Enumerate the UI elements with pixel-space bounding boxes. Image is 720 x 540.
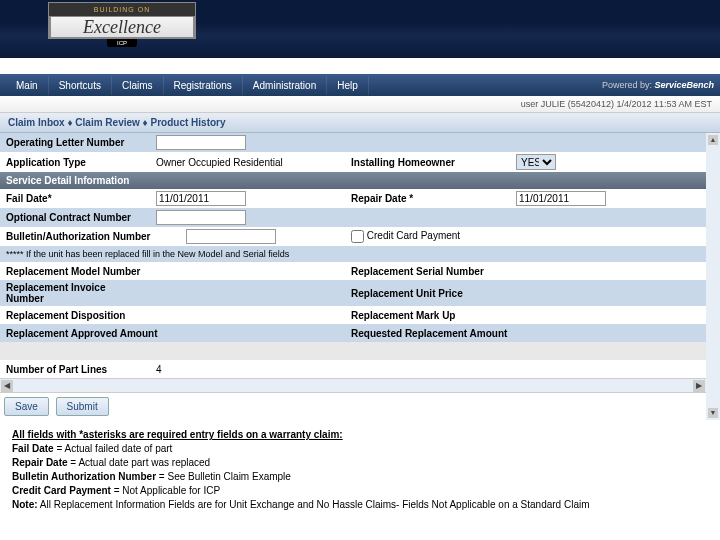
installing-homeowner-select[interactable]: YES (516, 154, 556, 170)
nav-powered: Powered by: ServiceBench (602, 80, 714, 90)
repl-requested-label: Requested Replacement Amount (345, 326, 525, 341)
instr-bulletin-term: Bulletin Authorization Number (12, 471, 156, 482)
breadcrumb: Claim Inbox ♦ Claim Review ♦ Product His… (0, 113, 720, 133)
credit-card-label: Credit Card Payment (367, 230, 460, 241)
logo-top-text: BUILDING ON (48, 2, 196, 17)
row-repl-disposition: Replacement Disposition Replacement Mark… (0, 306, 706, 324)
user-bar: user JULIE (55420412) 1/4/2012 11:53 AM … (0, 96, 720, 113)
breadcrumb-sep: ♦ (140, 117, 151, 128)
operating-letter-input[interactable] (156, 135, 246, 150)
logo-middle-text: Excellence (48, 17, 196, 39)
bulletin-label: Bulletin/Authorization Number (0, 229, 180, 244)
row-bulletin: Bulletin/Authorization Number Credit Car… (0, 227, 706, 246)
row-repl-approved: Replacement Approved Amount Requested Re… (0, 324, 706, 342)
row-application-type: Application Type Owner Occupied Resident… (0, 152, 706, 172)
horizontal-scrollbar[interactable]: ◀ ▶ (0, 378, 706, 392)
powered-label: Powered by: (602, 80, 652, 90)
save-button[interactable]: Save (4, 397, 49, 416)
optional-contract-label: Optional Contract Number (0, 210, 150, 225)
bulletin-input[interactable] (186, 229, 276, 244)
divider (0, 342, 706, 360)
hscroll-right-icon[interactable]: ▶ (693, 380, 705, 392)
fail-date-label: Fail Date* (0, 191, 150, 206)
replacement-note: ***** If the unit has been replaced fill… (0, 246, 706, 262)
row-repl-invoice: Replacement Invoice Number Replacement U… (0, 280, 706, 306)
repl-markup-label: Replacement Mark Up (345, 308, 510, 323)
instr-bulletin-def: = See Bulletin Claim Example (156, 471, 291, 482)
installing-homeowner-label: Installing Homeowner (345, 155, 510, 170)
user-timestamp: 1/4/2012 11:53 AM EST (616, 99, 712, 109)
application-type-label: Application Type (0, 155, 150, 170)
instr-note-term: Note: (12, 499, 38, 510)
instr-cc-term: Credit Card Payment (12, 485, 111, 496)
brand-label: ServiceBench (654, 80, 714, 90)
repl-model-label: Replacement Model Number (0, 264, 150, 279)
row-repl-model: Replacement Model Number Replacement Ser… (0, 262, 706, 280)
logo-badge: BUILDING ON Excellence ICP (48, 2, 196, 62)
scroll-down-icon[interactable]: ▼ (708, 408, 718, 418)
user-label: user JULIE (55420412) (521, 99, 614, 109)
instr-repair-date-term: Repair Date (12, 457, 68, 468)
instructions-title: All fields with *asterisks are required … (12, 429, 343, 440)
nav-left: Main Shortcuts Claims Registrations Admi… (6, 76, 369, 95)
repl-disposition-label: Replacement Disposition (0, 308, 150, 323)
instr-cc-def: = Not Applicable for ICP (111, 485, 220, 496)
credit-card-checkbox[interactable] (351, 230, 364, 243)
row-part-lines: Number of Part Lines 4 (0, 360, 706, 378)
repl-approved-label: Replacement Approved Amount (0, 326, 180, 341)
breadcrumb-product-history[interactable]: Product History (151, 117, 226, 128)
repair-date-input[interactable] (516, 191, 606, 206)
row-fail-date: Fail Date* Repair Date * (0, 189, 706, 208)
service-detail-header: Service Detail Information (0, 172, 706, 189)
breadcrumb-claim-review[interactable]: Claim Review (75, 117, 139, 128)
instr-fail-date-def: = Actual failed date of part (54, 443, 173, 454)
top-banner: BUILDING ON Excellence ICP (0, 0, 720, 58)
repl-unit-price-label: Replacement Unit Price (345, 286, 510, 301)
optional-contract-input[interactable] (156, 210, 246, 225)
part-lines-label: Number of Part Lines (0, 362, 150, 377)
instr-repair-date-def: = Actual date part was replaced (68, 457, 211, 468)
nav-shortcuts[interactable]: Shortcuts (49, 76, 112, 95)
nav-main[interactable]: Main (6, 76, 49, 95)
nav-administration[interactable]: Administration (243, 76, 327, 95)
hscroll-left-icon[interactable]: ◀ (1, 380, 13, 392)
row-operating-letter: Operating Letter Number (0, 133, 706, 152)
instr-note-def: All Replacement Information Fields are f… (38, 499, 590, 510)
operating-letter-label: Operating Letter Number (0, 135, 150, 150)
breadcrumb-sep: ♦ (65, 117, 76, 128)
breadcrumb-claim-inbox[interactable]: Claim Inbox (8, 117, 65, 128)
nav-claims[interactable]: Claims (112, 76, 164, 95)
row-optional-contract: Optional Contract Number (0, 208, 706, 227)
repair-date-label: Repair Date * (345, 191, 510, 206)
repl-serial-label: Replacement Serial Number (345, 264, 510, 279)
part-lines-value: 4 (150, 362, 345, 377)
nav-help[interactable]: Help (327, 76, 369, 95)
scroll-up-icon[interactable]: ▲ (708, 135, 718, 145)
repl-invoice-label: Replacement Invoice Number (0, 280, 150, 306)
form-area: ▲ ▼ Operating Letter Number Application … (0, 133, 720, 420)
main-navbar: Main Shortcuts Claims Registrations Admi… (0, 74, 720, 96)
application-type-value: Owner Occupied Residential (150, 155, 345, 170)
instr-fail-date-term: Fail Date (12, 443, 54, 454)
nav-registrations[interactable]: Registrations (164, 76, 243, 95)
submit-button[interactable]: Submit (56, 397, 109, 416)
button-row: Save Submit (0, 392, 706, 420)
logo-bottom-text: ICP (107, 39, 137, 47)
instructions-block: All fields with *asterisks are required … (0, 420, 720, 520)
fail-date-input[interactable] (156, 191, 246, 206)
